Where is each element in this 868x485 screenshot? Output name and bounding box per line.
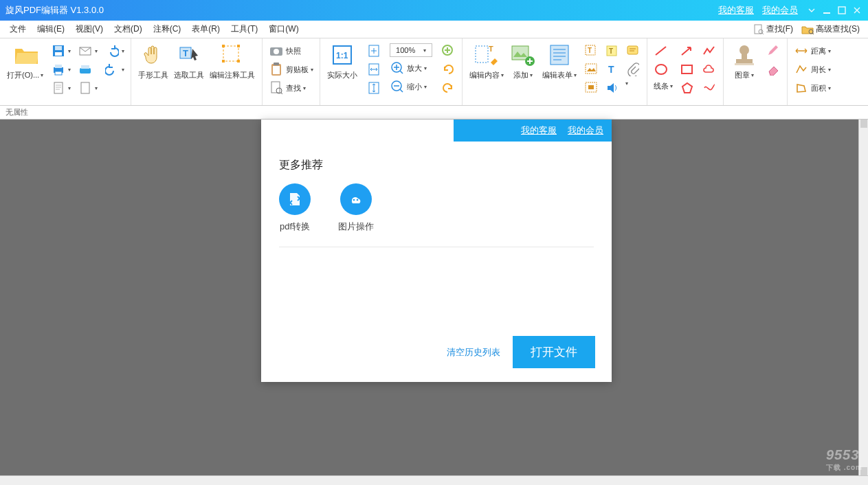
svg-rect-40	[512, 46, 528, 60]
attachment-button[interactable]	[623, 61, 643, 78]
edit-form-button[interactable]: 编辑表单▾	[539, 41, 579, 82]
perimeter-button[interactable]: 周长▾	[792, 61, 833, 78]
selection-icon	[220, 43, 245, 67]
undo-button[interactable]: ▾	[102, 43, 126, 59]
polyline-button[interactable]	[700, 43, 719, 59]
print-button[interactable]: ▾	[49, 61, 73, 78]
fit-height-button[interactable]	[364, 80, 383, 96]
cloud-button[interactable]	[700, 61, 719, 78]
zoom-in-button[interactable]: 放大▾	[388, 60, 434, 76]
line-icon	[654, 43, 669, 58]
svg-rect-38	[476, 46, 488, 63]
app-title: 旋风PDF编辑器 V1.3.0.0	[5, 4, 714, 16]
polygon-button[interactable]	[678, 80, 697, 96]
clipboard-button[interactable]: 剪贴板▾	[267, 61, 315, 78]
titlebar-member-link[interactable]: 我的会员	[762, 4, 798, 16]
folder-search-icon	[801, 24, 814, 35]
shape-select-icon	[584, 80, 599, 95]
polygon-icon	[680, 80, 695, 95]
svg-rect-22	[237, 60, 240, 63]
hand-icon	[141, 43, 166, 67]
menu-window[interactable]: 窗口(W)	[263, 21, 304, 38]
fit-page-icon	[366, 43, 381, 58]
line-button[interactable]	[652, 43, 675, 59]
find-button[interactable]: 查找▾	[267, 80, 315, 96]
arrow-button[interactable]	[678, 43, 697, 59]
rec-image-edit[interactable]: 图片操作	[338, 183, 374, 233]
scrollbar-horizontal[interactable]	[0, 475, 868, 485]
panel-member-link[interactable]: 我的会员	[568, 124, 603, 137]
svg-rect-56	[736, 59, 753, 63]
menu-view[interactable]: 视图(V)	[70, 21, 109, 38]
edit-annotation-tool-button[interactable]: 编辑注释工具	[207, 41, 258, 82]
menu-file[interactable]: 文件	[4, 21, 32, 38]
actual-size-button[interactable]: 1:1 实际大小	[324, 41, 360, 82]
dropdown-icon[interactable]	[806, 5, 817, 16]
svg-point-24	[274, 49, 279, 54]
pencil-button[interactable]	[764, 43, 783, 59]
text-button[interactable]: T	[603, 61, 622, 78]
menu-edit[interactable]: 编辑(E)	[32, 21, 70, 38]
mail-button[interactable]: ▾	[76, 43, 100, 59]
snapshot-button[interactable]: 快照	[267, 43, 315, 59]
magnifier-plus-icon	[441, 43, 456, 58]
svg-rect-53	[682, 65, 692, 74]
image-select-button[interactable]	[582, 61, 601, 78]
find-icon	[269, 80, 284, 95]
panel-support-link[interactable]: 我的客服	[521, 124, 557, 137]
maximize-button[interactable]	[836, 5, 847, 16]
rotate-ccw-icon	[441, 62, 456, 77]
circle-button[interactable]	[652, 61, 675, 78]
text-select-button[interactable]: T	[582, 43, 601, 59]
redo-button[interactable]: ▾	[102, 61, 126, 78]
rotate-ccw-button[interactable]	[438, 61, 458, 78]
save-button[interactable]: ▾	[49, 43, 73, 59]
scrollbar-vertical[interactable]	[858, 120, 868, 475]
area-button[interactable]: 面积▾	[792, 80, 833, 96]
menu-form[interactable]: 表单(R)	[186, 21, 225, 38]
close-button[interactable]	[852, 5, 863, 16]
shape-select-button[interactable]	[582, 80, 601, 96]
zoom-level[interactable]: 100%▾	[388, 43, 434, 58]
fit-height-icon	[366, 80, 381, 95]
menu-find[interactable]: 查找(F)	[749, 23, 797, 35]
menu-annotate[interactable]: 注释(C)	[148, 21, 187, 38]
hand-tool-button[interactable]: 手形工具	[135, 41, 171, 82]
magnifier-plus-button[interactable]	[438, 43, 458, 59]
highlight-button[interactable]: T	[603, 43, 622, 59]
rotate-cw-button[interactable]	[438, 80, 458, 96]
eraser-button[interactable]	[764, 61, 783, 78]
titlebar-support-link[interactable]: 我的客服	[718, 4, 754, 16]
zoom-out-button[interactable]: 缩小▾	[388, 78, 434, 95]
rotate-cw-icon	[441, 80, 456, 95]
edit-content-button[interactable]: T 编辑内容▾	[467, 41, 507, 82]
minimize-button[interactable]	[821, 5, 832, 16]
fit-page-button[interactable]	[364, 43, 383, 59]
freeform-button[interactable]	[700, 80, 719, 96]
rectangle-button[interactable]	[678, 61, 697, 78]
rec-pdf-convert[interactable]: pdf转换	[279, 183, 311, 233]
open-file-button[interactable]: 打开文件	[513, 336, 595, 368]
menu-advanced-find[interactable]: 高级查找(S)	[797, 23, 864, 35]
menu-bar: 文件 编辑(E) 视图(V) 文档(D) 注释(C) 表单(R) 工具(T) 窗…	[0, 21, 868, 38]
clear-history-link[interactable]: 清空历史列表	[447, 346, 500, 359]
more-button[interactable]: ▾	[623, 80, 643, 87]
note-icon	[625, 43, 641, 58]
distance-button[interactable]: 距离▾	[792, 43, 833, 59]
scan-button[interactable]	[76, 61, 100, 78]
stamp-button[interactable]: 图章▾	[728, 41, 761, 82]
page-options-button[interactable]: ▾	[76, 80, 100, 96]
add-button[interactable]: 添加▾	[507, 41, 539, 82]
document-button[interactable]: ▾	[49, 80, 73, 96]
lines-label[interactable]: 线条▾	[652, 80, 675, 93]
attachment-icon	[625, 62, 641, 77]
note-button[interactable]	[623, 43, 643, 59]
menu-document[interactable]: 文档(D)	[109, 21, 148, 38]
text-icon: T	[605, 62, 620, 77]
menu-tool[interactable]: 工具(T)	[225, 21, 263, 38]
open-button[interactable]: 打开(O)...▾	[4, 41, 46, 82]
select-tool-button[interactable]: T 选取工具	[171, 41, 207, 82]
speaker-button[interactable]	[603, 80, 622, 96]
fit-width-button[interactable]	[364, 61, 383, 78]
start-panel: 我的客服 我的会员 更多推荐 pdf转换 图片操作 清空历史列表 打开文件	[261, 120, 612, 382]
